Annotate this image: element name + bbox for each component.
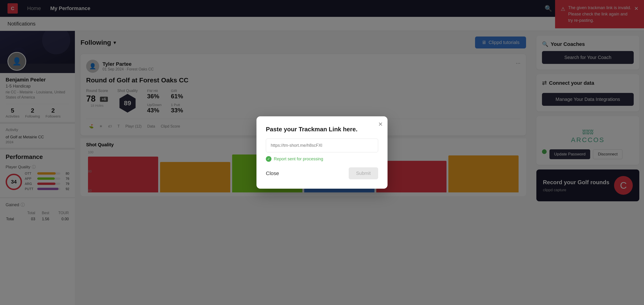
checkmark-icon: ✓ <box>266 156 272 162</box>
modal-title: Paste your Trackman Link here. <box>266 126 378 133</box>
modal-success-message: ✓ Report sent for processing <box>266 156 378 162</box>
modal-submit-button[interactable]: Submit <box>349 167 378 179</box>
modal-close-x-button[interactable]: ✕ <box>378 121 383 128</box>
trackman-link-input[interactable] <box>266 138 378 152</box>
modal-close-button[interactable]: Close <box>266 170 279 176</box>
trackman-modal: ✕ Paste your Trackman Link here. ✓ Repor… <box>256 116 388 189</box>
modal-overlay: ✕ Paste your Trackman Link here. ✓ Repor… <box>0 0 644 305</box>
modal-actions: Close Submit <box>266 167 378 179</box>
